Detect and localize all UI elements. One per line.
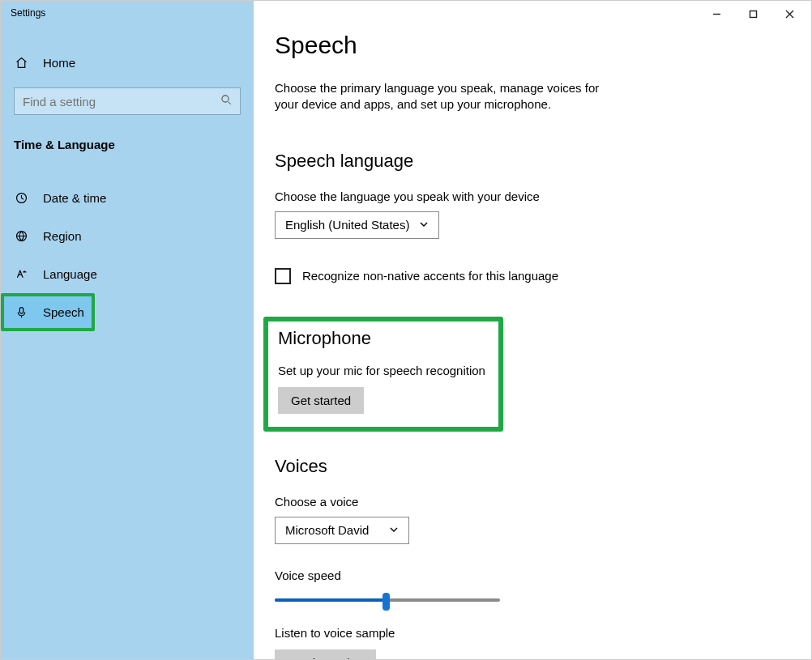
window-title-text: Settings	[11, 7, 45, 19]
microphone-icon	[14, 305, 28, 319]
globe-icon	[14, 229, 28, 243]
language-icon	[14, 267, 28, 281]
svg-rect-4	[750, 11, 757, 17]
microphone-desc: Set up your mic for speech recognition	[278, 364, 489, 377]
accents-checkbox-row[interactable]: Recognize non-native accents for this la…	[275, 268, 772, 284]
svg-point-0	[222, 96, 229, 102]
sidebar-home-label: Home	[43, 56, 75, 70]
dropdown-value: English (United States)	[285, 218, 409, 232]
chevron-down-icon	[389, 523, 399, 537]
chevron-down-icon	[419, 218, 429, 232]
sidebar-item-label: Region	[43, 229, 82, 243]
microphone-section: Microphone Set up your mic for speech re…	[263, 317, 503, 432]
window-title: Settings	[1, 1, 254, 25]
get-started-button[interactable]: Get started	[278, 387, 364, 414]
checkbox-label: Recognize non-native accents for this la…	[302, 269, 558, 283]
section-voices: Voices	[275, 456, 772, 477]
checkbox-icon[interactable]	[275, 268, 291, 284]
search-icon	[220, 94, 233, 109]
sidebar-item-speech[interactable]: Speech	[1, 293, 95, 331]
page-title: Speech	[275, 32, 772, 59]
dropdown-value: Microsoft David	[285, 523, 369, 537]
section-speech-language: Speech language	[275, 151, 772, 172]
main-content: Speech Choose the primary language you s…	[254, 1, 811, 659]
speech-language-label: Choose the language you speak with your …	[275, 189, 772, 203]
svg-rect-3	[19, 308, 23, 314]
listen-label: Listen to voice sample	[275, 626, 772, 640]
preview-voice-button[interactable]: Preview voice	[275, 649, 376, 660]
home-icon	[14, 56, 28, 70]
intro-text: Choose the primary language you speak, m…	[275, 80, 623, 113]
sidebar-item-label: Language	[43, 267, 97, 281]
sidebar-item-region[interactable]: Region	[14, 217, 241, 255]
minimize-button[interactable]	[699, 2, 735, 25]
voice-speed-label: Voice speed	[275, 568, 772, 582]
voice-dropdown[interactable]: Microsoft David	[275, 517, 409, 544]
speech-language-dropdown[interactable]: English (United States)	[275, 211, 439, 239]
sidebar-item-label: Date & time	[43, 191, 106, 205]
sidebar-item-date-time[interactable]: Date & time	[14, 179, 241, 217]
sidebar-section-title: Time & Language	[14, 138, 241, 151]
maximize-button[interactable]	[735, 2, 771, 25]
sidebar-item-language[interactable]: Language	[14, 255, 241, 293]
slider-thumb[interactable]	[382, 593, 390, 611]
clock-icon	[14, 191, 28, 205]
close-button[interactable]	[771, 2, 808, 25]
slider-fill	[275, 598, 385, 602]
search-wrap	[14, 87, 241, 115]
search-input[interactable]	[14, 87, 241, 115]
section-microphone: Microphone	[278, 328, 489, 349]
sidebar-item-label: Speech	[43, 305, 84, 319]
voice-speed-slider[interactable]	[275, 592, 500, 608]
sidebar-home[interactable]: Home	[14, 49, 241, 76]
sidebar: Settings Home Time & Language	[1, 1, 254, 659]
voice-choose-label: Choose a voice	[275, 495, 772, 509]
